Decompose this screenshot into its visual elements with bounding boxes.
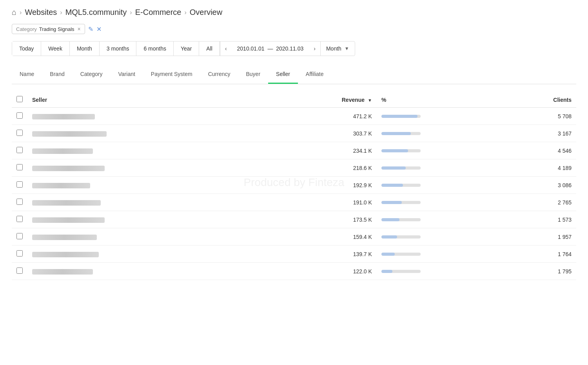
progress-bar-fill (381, 270, 392, 273)
clients-cell: 3 086 (510, 177, 576, 194)
tab-category[interactable]: Category (73, 65, 111, 84)
btn-year[interactable]: Year (174, 42, 199, 56)
progress-bar-container (381, 115, 505, 118)
row-checkbox[interactable] (16, 233, 23, 239)
revenue-value: 159.4 K (353, 234, 372, 240)
table-row: 471.2 K5 708 (12, 108, 576, 125)
seller-name-blurred (32, 217, 105, 223)
breadcrumb: ⌂ › Websites › MQL5.community › E-Commer… (12, 8, 576, 17)
btn-week[interactable]: Week (41, 42, 70, 56)
revenue-cell: 234.1 K (277, 142, 377, 159)
clients-cell: 1 957 (510, 228, 576, 246)
tab-buyer[interactable]: Buyer (238, 65, 268, 84)
tab-payment-system[interactable]: Payment System (143, 65, 200, 84)
breadcrumb-websites[interactable]: Websites (25, 8, 57, 17)
btn-month[interactable]: Month (70, 42, 100, 56)
filter-tag[interactable]: Category Trading Signals × (12, 24, 85, 34)
progress-bar-fill (381, 235, 397, 239)
seller-name-blurred (32, 200, 101, 206)
breadcrumb-sep-3: › (184, 9, 186, 16)
revenue-value: 471.2 K (353, 113, 372, 119)
revenue-cell: 173.5 K (277, 211, 377, 228)
revenue-value: 192.9 K (353, 182, 372, 188)
filter-clear-icon[interactable]: ✕ (96, 25, 102, 33)
filter-tag-close-icon[interactable]: × (78, 26, 81, 32)
filter-edit-icon[interactable]: ✎ (88, 25, 93, 33)
progress-bar (381, 166, 421, 170)
date-prev-btn[interactable]: ‹ (220, 42, 232, 56)
date-from: 2010.01.01 (237, 45, 265, 52)
row-checkbox-cell (12, 263, 27, 280)
btn-3months[interactable]: 3 months (100, 42, 137, 56)
clients-value: 4 546 (558, 148, 572, 154)
tab-currency[interactable]: Currency (200, 65, 238, 84)
row-checkbox[interactable] (16, 199, 23, 205)
seller-name-cell (27, 228, 277, 246)
tab-name[interactable]: Name (12, 65, 42, 84)
row-checkbox[interactable] (16, 147, 23, 153)
breadcrumb-sep-1: › (60, 9, 62, 16)
row-checkbox-cell (12, 211, 27, 228)
revenue-cell: 192.9 K (277, 177, 377, 194)
row-checkbox[interactable] (16, 112, 23, 119)
tab-brand[interactable]: Brand (42, 65, 72, 84)
table-row: 218.6 K4 189 (12, 159, 576, 177)
toolbar: Today Week Month 3 months 6 months Year … (12, 41, 355, 56)
tab-affiliate[interactable]: Affiliate (298, 65, 332, 84)
clients-cell: 3 167 (510, 125, 576, 142)
seller-name-blurred (32, 235, 97, 240)
progress-bar-container (381, 201, 505, 204)
breadcrumb-mql5[interactable]: MQL5.community (65, 8, 127, 17)
revenue-value: 173.5 K (353, 217, 372, 223)
revenue-cell: 218.6 K (277, 159, 377, 177)
revenue-cell: 159.4 K (277, 228, 377, 246)
select-all-checkbox[interactable] (16, 96, 23, 102)
breadcrumb-ecommerce[interactable]: E-Commerce (135, 8, 181, 17)
date-display: 2010.01.01 — 2020.11.03 (232, 42, 309, 56)
row-checkbox-cell (12, 177, 27, 194)
btn-today[interactable]: Today (12, 42, 41, 56)
header-seller: Seller (27, 92, 277, 108)
row-checkbox[interactable] (16, 181, 23, 188)
tab-seller[interactable]: Seller (268, 65, 298, 84)
percent-cell (377, 177, 510, 194)
date-next-btn[interactable]: › (309, 42, 320, 56)
header-revenue[interactable]: Revenue ▼ (277, 92, 377, 108)
month-dropdown[interactable]: Month ▼ (321, 42, 355, 56)
seller-name-cell (27, 194, 277, 211)
progress-bar (381, 218, 421, 221)
progress-bar-container (381, 166, 505, 170)
clients-header-label: Clients (553, 97, 572, 103)
header-clients: Clients (510, 92, 576, 108)
clients-value: 1 764 (558, 251, 572, 257)
btn-all[interactable]: All (199, 42, 220, 56)
table-row: 159.4 K1 957 (12, 228, 576, 246)
clients-cell: 4 546 (510, 142, 576, 159)
progress-bar (381, 149, 421, 152)
seller-name-blurred (32, 131, 107, 137)
tab-variant[interactable]: Variant (111, 65, 143, 84)
seller-name-cell (27, 211, 277, 228)
progress-bar-fill (381, 201, 402, 204)
row-checkbox[interactable] (16, 216, 23, 222)
btn-6months[interactable]: 6 months (136, 42, 174, 56)
clients-value: 3 167 (558, 130, 572, 137)
home-icon[interactable]: ⌂ (12, 8, 16, 17)
row-checkbox-cell (12, 246, 27, 263)
revenue-cell: 303.7 K (277, 125, 377, 142)
clients-value: 1 957 (558, 234, 572, 240)
seller-name-blurred (32, 269, 93, 275)
date-range-section: ‹ 2010.01.01 — 2020.11.03 › (220, 42, 321, 56)
table-row: 173.5 K1 573 (12, 211, 576, 228)
row-checkbox[interactable] (16, 164, 23, 170)
revenue-value: 234.1 K (353, 148, 372, 154)
row-checkbox[interactable] (16, 130, 23, 136)
row-checkbox[interactable] (16, 267, 23, 274)
seller-header-label: Seller (32, 97, 47, 103)
revenue-value: 122.0 K (353, 268, 372, 275)
revenue-cell: 471.2 K (277, 108, 377, 125)
percent-cell (377, 228, 510, 246)
row-checkbox[interactable] (16, 250, 23, 257)
revenue-cell: 191.0 K (277, 194, 377, 211)
breadcrumb-overview[interactable]: Overview (190, 8, 222, 17)
